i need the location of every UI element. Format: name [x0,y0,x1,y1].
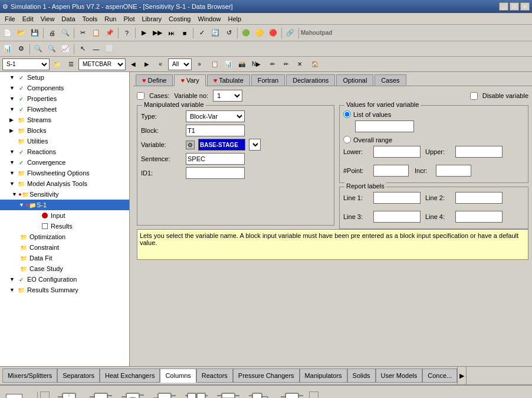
tree-item-properties[interactable]: ▼ ✓ Properties [0,93,129,104]
run-all-button[interactable]: ⏭ [165,27,178,40]
sim-button[interactable]: ⚙ [15,43,28,56]
cases-checkbox[interactable] [137,92,145,100]
nav-back-button[interactable]: ◀ [127,58,139,70]
unit-distl[interactable]: Distl ▼ [86,390,116,399]
tree-item-sensitivity[interactable]: ▼ ●📁 Sensitivity [0,189,129,200]
menu-window[interactable]: Window [194,15,224,23]
tab-declarations[interactable]: Declarations [286,74,335,86]
tree-item-blocks[interactable]: ▶ 📁 Blocks [0,125,129,136]
tab-optional[interactable]: Optional [336,74,373,86]
run-step-button[interactable]: ▶ [137,27,150,40]
tree-item-setup[interactable]: ▼ ✓ Setup [0,72,129,83]
unit-extract[interactable]: Extract ▼ [150,390,179,399]
menu-run[interactable]: Run [101,15,120,23]
tab-vary[interactable]: ♥ Vary [174,74,205,86]
variable-input[interactable] [198,139,245,151]
nav-double-back-button[interactable]: « [155,58,166,70]
tree-item-flowsheet[interactable]: ▼ ✓ Flowsheet [0,104,129,115]
unit-batchsep[interactable]: BatchSep ▼ [277,390,307,399]
tree-item-model-analysis[interactable]: ▼ 📁 Model Analysis Tools [0,178,129,189]
print-button[interactable]: 🖨 [45,27,58,40]
stream-mode-button[interactable]: — [90,43,103,56]
lower-input[interactable] [373,146,421,158]
tab-cases[interactable]: Cases [375,74,406,86]
menu-edit[interactable]: Edit [19,15,37,23]
unit-scfrac[interactable]: SCFrac ▼ [214,390,243,399]
edit-nav-button[interactable]: ✏ [267,58,278,70]
tree-item-results[interactable]: Results [0,221,129,231]
menu-library[interactable]: Library [138,15,165,23]
model-check-button[interactable]: 🔄 [209,27,222,40]
data-browser-button[interactable]: 📊 [1,43,14,56]
menu-tools[interactable]: Tools [79,15,101,23]
tab-mixers-splitters[interactable]: Mixers/Splitters [2,368,57,383]
zoom-in-button[interactable]: 🔍 [32,43,45,56]
filter-select[interactable]: All [168,58,192,70]
save-button[interactable]: 💾 [28,27,41,40]
type-select[interactable]: Block-Var Stream-Var [186,110,245,122]
menu-plot[interactable]: Plot [120,15,138,23]
line3-input[interactable] [373,211,421,223]
camera-button[interactable]: 📸 [236,58,248,70]
sentence-input[interactable] [186,153,245,165]
id1-input[interactable] [186,167,245,179]
run-button[interactable]: ▶▶ [151,27,164,40]
menu-help[interactable]: Help [225,15,245,23]
tree-item-case-study[interactable]: 📁 Case Study [0,263,129,274]
units-scroll-left[interactable]: ◀ [40,392,50,399]
close-button[interactable]: × [520,2,530,11]
select-mode-button[interactable]: ↖ [76,43,89,56]
new-button[interactable]: 📄 [1,27,14,40]
units-scroll-right[interactable]: ▶ [309,392,318,399]
menu-view[interactable]: View [37,15,58,23]
folder-button[interactable]: 📁 [51,58,63,70]
warning-button[interactable]: 🟡 [253,27,266,40]
variable-select[interactable] [249,139,261,151]
print-preview-button[interactable]: 🔍 [59,27,72,40]
tree-item-reactions[interactable]: ▼ ✓ Reactions [0,146,129,157]
tab-scroll-right[interactable]: ▶ [457,366,467,385]
delete-nav-button[interactable]: ✕ [294,58,306,70]
tree-item-utilities[interactable]: 📁 Utilities [0,136,129,146]
tree-item-s1[interactable]: ▼ ●📁 S-1 [0,200,129,210]
menu-data[interactable]: Data [58,15,78,23]
tree-item-data-fit[interactable]: 📁 Data Fit [0,253,129,263]
tree-item-results-summary[interactable]: ▼ 📁 Results Summary [0,285,129,295]
upper-input[interactable] [455,146,503,158]
paste-button[interactable]: 📌 [103,27,116,40]
window-controls[interactable]: _ □ × [499,2,530,11]
cut-button[interactable]: ✂ [76,27,89,40]
tree-item-convergence[interactable]: ▼ ✓ Convergence [0,157,129,168]
line4-input[interactable] [455,211,503,223]
result-button[interactable]: 📊 [222,58,234,70]
tab-define[interactable]: ♥ Define [136,74,173,86]
values-input[interactable] [355,120,414,132]
flowsheet-button[interactable]: 📈 [59,43,72,56]
zoom-out-button[interactable]: 🔍 [45,43,58,56]
block-mode-button[interactable]: ⬜ [103,43,116,56]
list-button[interactable]: ☰ [65,58,77,70]
maximize-button[interactable]: □ [510,2,519,11]
tab-solids[interactable]: Solids [347,368,376,383]
tab-fortran[interactable]: Fortran [251,74,285,86]
status-button[interactable]: 🟢 [239,27,252,40]
tree-item-input[interactable]: Input [0,210,129,221]
tab-manipulators[interactable]: Manipulators [300,368,347,383]
block-input[interactable] [186,125,245,136]
tab-heat-exchangers[interactable]: Heat Exchangers [100,368,160,383]
list-radio[interactable] [343,110,351,118]
line1-input[interactable] [373,192,421,204]
tab-pressure-changers[interactable]: Pressure Changers [233,368,300,383]
nav-forward-button[interactable]: ▶ [141,58,153,70]
variable-no-select[interactable]: 1 2 3 [213,90,242,102]
tab-columns[interactable]: Columns [160,368,196,383]
pencil-button[interactable]: ✏ [280,58,292,70]
tab-user-models[interactable]: User Models [376,368,423,383]
unit-multifrac[interactable]: MultiFrac ▼ [182,390,211,399]
address-select[interactable]: S-1 [2,58,50,70]
line2-input[interactable] [455,192,503,204]
range-radio[interactable] [343,136,351,143]
minimize-button[interactable]: _ [499,2,508,11]
point-input[interactable] [373,165,409,177]
tree-item-components[interactable]: ▼ ✓ Components [0,83,129,93]
